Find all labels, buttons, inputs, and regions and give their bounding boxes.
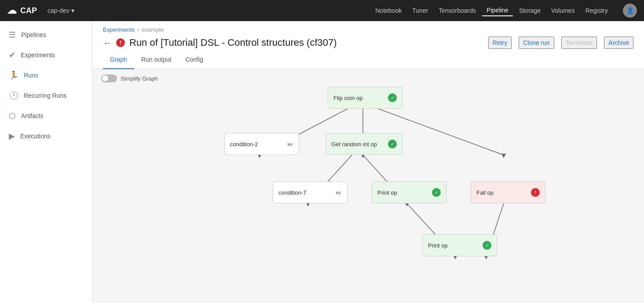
sidebar-item-executions[interactable]: ▶ Executions: [0, 126, 92, 146]
sidebar-item-runs[interactable]: 🏃 Runs: [0, 65, 92, 85]
nav-storage[interactable]: Storage: [515, 5, 545, 16]
artifacts-icon: ⬡: [9, 111, 16, 121]
recurring-runs-icon: 🕐: [9, 91, 18, 100]
node-print-op-1[interactable]: Print op ✓: [372, 181, 446, 203]
node-condition-7[interactable]: condition-7 ⏭: [273, 181, 348, 203]
print-op-1-label: Print op: [377, 189, 432, 196]
simplify-label: Simplify Graph: [121, 75, 158, 82]
sidebar-item-artifacts[interactable]: ⬡ Artifacts: [0, 106, 92, 126]
main-content: Experiments › example ← ! Run of [Tutori…: [92, 21, 644, 303]
simplify-toggle[interactable]: [101, 74, 117, 82]
sidebar-label-recurring-runs: Recurring Runs: [24, 92, 66, 99]
sidebar-label-executions: Executions: [20, 133, 50, 140]
sidebar-item-pipelines[interactable]: ☰ Pipelines: [0, 25, 92, 45]
tab-graph[interactable]: Graph: [103, 51, 134, 69]
workspace-selector[interactable]: cap-dev ▾: [48, 7, 74, 14]
brand-logo: ☁ CAP: [7, 5, 37, 16]
sidebar-item-recurring-runs[interactable]: 🕐 Recurring Runs: [0, 85, 92, 106]
skip-icon: ⏭: [287, 140, 293, 148]
page-title: Run of [Tutorial] DSL - Control structur…: [129, 37, 337, 48]
archive-button[interactable]: Archive: [604, 37, 633, 49]
print-op-2-status-icon: ✓: [483, 241, 491, 250]
toggle-knob: [102, 75, 108, 81]
nav-pipeline[interactable]: Pipeline: [482, 5, 513, 16]
sidebar-label-experiments: Experiments: [21, 52, 55, 59]
breadcrumb: Experiments › example: [92, 21, 644, 33]
run-error-badge: !: [116, 38, 125, 47]
simplify-row: Simplify Graph: [92, 69, 644, 88]
tab-run-output[interactable]: Run output: [134, 51, 179, 69]
runs-icon: 🏃: [9, 70, 18, 80]
top-navigation: ☁ CAP cap-dev ▾ Notebook Tuner Tensorboa…: [0, 0, 644, 21]
terminate-button[interactable]: Terminate: [561, 37, 597, 49]
breadcrumb-current: example: [142, 26, 164, 33]
pipelines-icon: ☰: [9, 30, 16, 40]
retry-button[interactable]: Retry: [488, 37, 512, 49]
flip-coin-status-icon: ✓: [388, 93, 397, 102]
avatar[interactable]: 👤: [623, 4, 637, 18]
tabs: Graph Run output Config: [92, 51, 644, 69]
executions-icon: ▶: [9, 131, 15, 141]
tab-config[interactable]: Config: [178, 51, 210, 69]
node-flip-coin-op[interactable]: Flip coin op ✓: [328, 87, 402, 109]
fail-op-label: Fail op: [476, 189, 531, 196]
skip-icon-2: ⏭: [336, 189, 342, 196]
chevron-down-icon: ▾: [71, 7, 74, 14]
nav-tuner[interactable]: Tuner: [408, 5, 432, 16]
svg-marker-5: [501, 154, 506, 158]
node-fail-op[interactable]: Fail op !: [471, 181, 545, 203]
flip-coin-label: Flip coin op: [333, 95, 388, 101]
print-op-2-label: Print op: [428, 242, 483, 249]
sidebar-label-runs: Runs: [24, 72, 38, 79]
layout: ☰ Pipelines ✔ Experiments 🏃 Runs 🕐 Recur…: [0, 21, 644, 303]
experiments-icon: ✔: [9, 50, 15, 60]
clone-run-button[interactable]: Clone run: [519, 37, 554, 49]
page-title-row: ← ! Run of [Tutorial] DSL - Control stru…: [103, 37, 337, 48]
node-condition-2[interactable]: condition-2 ⏭: [224, 133, 299, 155]
sidebar-label-artifacts: Artifacts: [21, 112, 44, 119]
nav-links: Notebook Tuner Tensorboards Pipeline Sto…: [371, 5, 612, 16]
graph-area: Simplify Graph: [92, 69, 644, 303]
sidebar-item-experiments[interactable]: ✔ Experiments: [0, 45, 92, 65]
condition7-label: condition-7: [278, 189, 334, 196]
nav-volumes[interactable]: Volumes: [547, 5, 579, 16]
sidebar: ☰ Pipelines ✔ Experiments 🏃 Runs 🕐 Recur…: [0, 21, 92, 303]
back-button[interactable]: ←: [103, 38, 112, 48]
header-actions: Retry Clone run Terminate Archive: [488, 37, 633, 49]
sidebar-label-pipelines: Pipelines: [21, 31, 46, 38]
breadcrumb-experiments[interactable]: Experiments: [103, 26, 135, 33]
nav-notebook[interactable]: Notebook: [371, 5, 406, 16]
get-random-status-icon: ✓: [388, 140, 397, 148]
breadcrumb-separator: ›: [137, 26, 139, 33]
nav-tensorboards[interactable]: Tensorboards: [434, 5, 480, 16]
cloud-icon: ☁: [7, 5, 17, 16]
print-op-1-status-icon: ✓: [432, 188, 441, 197]
node-print-op-2[interactable]: Print op ✓: [422, 234, 497, 256]
condition2-label: condition-2: [230, 141, 285, 148]
workspace-name: cap-dev: [48, 7, 70, 14]
nav-registry[interactable]: Registry: [581, 5, 612, 16]
node-get-random-int[interactable]: Get random int op ✓: [326, 133, 402, 155]
brand-name: CAP: [20, 6, 37, 15]
get-random-label: Get random int op: [331, 141, 388, 148]
fail-op-status-icon: !: [531, 188, 540, 197]
page-header: ← ! Run of [Tutorial] DSL - Control stru…: [92, 33, 644, 49]
